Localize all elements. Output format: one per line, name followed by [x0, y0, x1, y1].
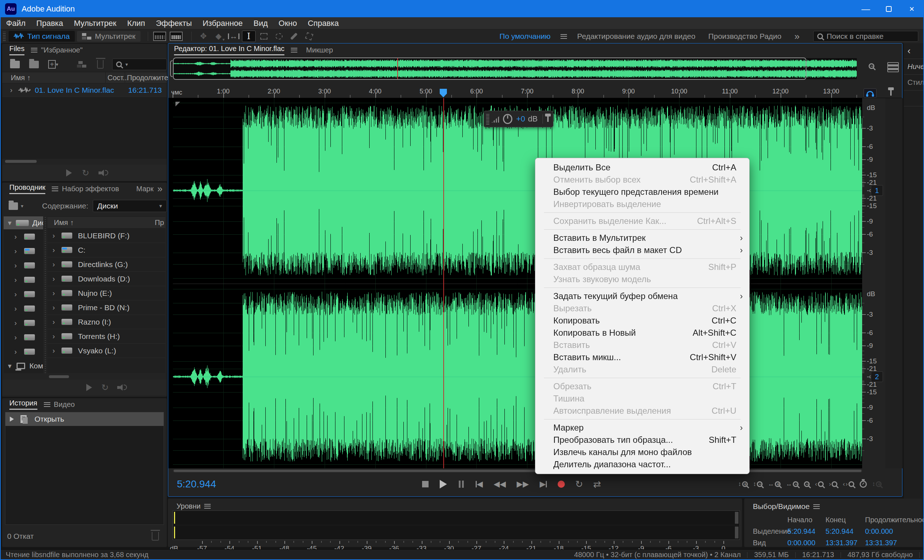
monitor-button[interactable] — [864, 88, 876, 98]
tree-item-drive[interactable]: › — [4, 330, 43, 344]
drive-row[interactable]: › Nujno (E:) — [48, 286, 165, 301]
time-selection-tool-icon[interactable]: I — [242, 31, 256, 42]
channel-badge[interactable]: 2 — [871, 371, 883, 382]
hud-grip-icon[interactable] — [486, 113, 489, 125]
collapse-icon[interactable]: ▾ — [8, 362, 12, 370]
spot-healing-tool-icon[interactable] — [302, 31, 316, 42]
expand-icon[interactable]: › — [10, 86, 13, 94]
move-tool-icon[interactable]: ✥ — [196, 31, 210, 42]
preview-play-icon[interactable] — [66, 169, 72, 177]
files-column-duration[interactable]: Продолжите. — [127, 74, 170, 82]
drive-row[interactable]: › Directlinks (G:) — [48, 258, 165, 272]
zoom-to-in-point-button[interactable]: ‹ — [815, 481, 824, 488]
files-search-input[interactable]: ▾ — [112, 58, 167, 70]
context-menu-item[interactable]: Копировать Ctrl+C — [536, 314, 749, 327]
multitrack-view-button[interactable]: Мультитрек — [77, 31, 141, 42]
add-file-caret-icon[interactable]: ▾ — [56, 61, 58, 67]
tree-item-drive[interactable]: › — [4, 316, 43, 330]
tree-item-computer[interactable]: ▾ Ком — [4, 359, 43, 373]
files-column-name[interactable]: Имя — [11, 74, 25, 82]
waveform-canvas[interactable] — [173, 98, 862, 468]
file-row[interactable]: › 01. Love In C Minor.flac 16:21.713 — [2, 83, 167, 97]
menubar-item[interactable]: Избранное — [197, 17, 248, 30]
explorer-import-icon[interactable] — [9, 202, 18, 210]
tree-item-disks[interactable]: ▾ Дис — [4, 216, 43, 229]
overview-left-handle[interactable] — [170, 60, 172, 77]
razor-tool-icon[interactable]: ◆▾ — [212, 31, 225, 42]
waveform-view-button[interactable]: Тип сигнала — [9, 31, 75, 42]
zoom-full-icon[interactable]: − — [868, 63, 874, 69]
context-menu-item[interactable]: Выделить Все Ctrl+A — [536, 162, 749, 174]
gain-knob[interactable] — [503, 114, 512, 124]
expand-icon[interactable]: › — [52, 318, 55, 326]
pin-icon[interactable] — [890, 90, 892, 96]
preview-loop-icon[interactable]: ↻ — [101, 382, 109, 392]
record-button[interactable] — [556, 479, 567, 490]
drive-row[interactable]: › Downloads (D:) — [48, 272, 165, 286]
pause-button[interactable] — [456, 479, 466, 490]
explorer-panel-menu-icon[interactable] — [52, 187, 58, 191]
history-panel-menu-icon[interactable] — [44, 402, 50, 407]
preview-play-icon[interactable] — [86, 384, 92, 391]
tree-item-drive[interactable]: › — [4, 301, 43, 316]
tree-item-drive[interactable]: › — [4, 273, 43, 287]
explorer-column-p[interactable]: Пр — [155, 219, 164, 227]
import-file-icon[interactable] — [29, 61, 39, 68]
zoom-out-vertical-button[interactable]: ↕− — [753, 481, 763, 488]
show-spectral-icon[interactable] — [170, 31, 183, 41]
drive-row[interactable]: › Vsyako (L:) — [48, 344, 165, 358]
expand-icon[interactable]: › — [52, 232, 55, 240]
loop-playback-button[interactable]: ↻ — [574, 479, 585, 490]
selection-view-menu-icon[interactable] — [813, 504, 820, 509]
drive-row[interactable]: › BLUEBIRD (F:) — [48, 229, 165, 243]
zoom-to-selection-button[interactable]: ‹› — [843, 481, 854, 488]
expand-icon[interactable]: › — [52, 275, 55, 283]
context-menu-item[interactable]: Извлечь каналы для моно файлов — [536, 446, 749, 458]
view-end[interactable]: 13:31.397 — [825, 539, 858, 547]
expand-icon[interactable]: › — [52, 303, 55, 311]
context-menu-item[interactable]: Задать текущий буфер обмена › — [536, 290, 749, 302]
expand-icon[interactable]: › — [52, 246, 55, 254]
context-menu-item[interactable]: Выбор текущего представления времени — [536, 186, 749, 198]
zoom-out-full-button[interactable]: − — [804, 481, 810, 487]
skip-selection-button[interactable]: ⇄ — [592, 479, 603, 490]
open-file-icon[interactable] — [10, 61, 20, 68]
timer-record-button[interactable] — [860, 481, 867, 488]
expand-icon[interactable]: › — [52, 332, 55, 340]
overview-view-box[interactable] — [173, 57, 806, 80]
collapse-panel-button[interactable]: ‹ — [904, 43, 923, 59]
minimize-button[interactable]: — — [854, 1, 877, 17]
zoom-to-out-point-button[interactable]: › — [829, 481, 838, 488]
context-menu-item[interactable]: Преобразовать тип образца... Shift+T — [536, 434, 749, 446]
drive-row[interactable]: › C: — [48, 243, 165, 258]
editor-hscrollbar[interactable] — [173, 469, 862, 473]
context-menu-item[interactable]: Копировать в Новый Alt+Shift+C — [536, 327, 749, 339]
zoom-out-horizontal-button[interactable]: ↔− — [786, 481, 798, 488]
workspace-audio-for-video[interactable]: Редактирование аудио для видео — [577, 32, 695, 40]
menubar-item[interactable]: Мультитрек — [68, 17, 122, 30]
tree-item-drive[interactable]: › — [4, 229, 43, 244]
context-menu-item[interactable]: Вставить в Мультитрек › — [536, 232, 749, 244]
waveform-area[interactable] — [168, 98, 885, 468]
explorer-column-name[interactable]: Имя — [54, 219, 68, 227]
panel-overflow-icon[interactable]: » — [158, 183, 162, 195]
paintbrush-tool-icon[interactable] — [287, 31, 301, 42]
tab-history[interactable]: История — [9, 399, 38, 410]
context-menu-item[interactable]: Делитель диапазона частот... — [536, 458, 749, 470]
content-dropdown[interactable]: Диски ▾ — [93, 200, 167, 212]
workspace-default[interactable]: По умолчанию — [500, 32, 550, 40]
menubar-item[interactable]: Эффекты — [151, 17, 197, 30]
selection-duration[interactable]: 0:00.000 — [865, 527, 893, 536]
selection-end[interactable]: 5:20.944 — [825, 527, 854, 536]
tab-video[interactable]: Видео — [54, 400, 75, 409]
auto-play-icon[interactable] — [98, 169, 109, 177]
files-column-state[interactable]: Сост... — [108, 74, 129, 82]
show-waveform-icon[interactable] — [153, 31, 166, 41]
tree-item-drive[interactable]: › — [4, 258, 43, 273]
drive-row[interactable]: › Prime - BD (N:) — [48, 301, 165, 315]
view-start[interactable]: 0:00.000 — [788, 539, 815, 547]
play-button[interactable] — [438, 479, 449, 490]
stop-button[interactable] — [420, 479, 431, 490]
drive-row[interactable]: › Razno (I:) — [48, 315, 165, 329]
expand-icon[interactable]: › — [52, 346, 55, 355]
